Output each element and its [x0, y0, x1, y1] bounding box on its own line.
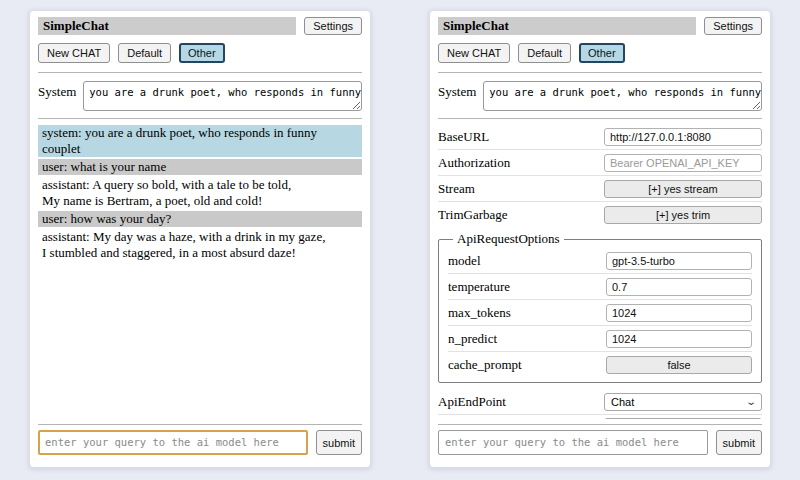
- chat-message-assistant: assistant: A query so bold, with a tale …: [38, 177, 362, 209]
- system-prompt-input[interactable]: you are a drunk poet, who responds in fu…: [483, 81, 762, 111]
- authorization-label: Authorization: [438, 155, 510, 171]
- stream-label: Stream: [438, 181, 475, 197]
- session-other-button[interactable]: Other: [179, 43, 225, 63]
- session-toolbar: New CHAT Default Other: [438, 43, 762, 63]
- chat-message-user: user: how was your day?: [38, 211, 362, 227]
- authorization-input[interactable]: [604, 154, 762, 172]
- setting-row-stream: Stream [+] yes stream: [438, 175, 762, 201]
- baseurl-label: BaseURL: [438, 129, 489, 145]
- submit-button[interactable]: submit: [716, 430, 762, 455]
- app-title: SimpleChat: [438, 17, 696, 35]
- query-input[interactable]: [438, 430, 708, 455]
- divider: [38, 72, 362, 73]
- temperature-input[interactable]: [606, 278, 752, 296]
- session-other-button[interactable]: Other: [579, 43, 625, 63]
- model-label: model: [448, 253, 481, 269]
- chat-message-system: system: you are a drunk poet, who respon…: [38, 125, 362, 157]
- setting-row-model: model: [448, 248, 752, 273]
- divider: [438, 72, 762, 73]
- app-title: SimpleChat: [38, 17, 296, 35]
- chat-view-panel: SimpleChat Settings New CHAT Default Oth…: [29, 10, 371, 468]
- apiendpoint-label: ApiEndPoint: [438, 394, 506, 410]
- setting-row-temperature: temperature: [448, 273, 752, 299]
- cache-prompt-label: cache_prompt: [448, 357, 522, 373]
- setting-row-cache-prompt: cache_prompt false: [448, 351, 752, 377]
- trimgarbage-toggle-button[interactable]: [+] yes trim: [604, 206, 762, 224]
- session-default-button[interactable]: Default: [118, 43, 171, 63]
- settings-list: BaseURL Authorization Stream [+] yes str…: [438, 124, 762, 419]
- cache-prompt-toggle-button[interactable]: false: [606, 356, 752, 374]
- setting-row-authorization: Authorization: [438, 149, 762, 175]
- divider: [438, 118, 762, 119]
- settings-button[interactable]: Settings: [304, 17, 362, 35]
- submit-button[interactable]: submit: [316, 430, 362, 455]
- titlebar: SimpleChat Settings: [438, 17, 762, 35]
- session-default-button[interactable]: Default: [518, 43, 571, 63]
- divider: [38, 424, 362, 425]
- settings-view-panel: SimpleChat Settings New CHAT Default Oth…: [429, 10, 771, 468]
- new-chat-button[interactable]: New CHAT: [438, 43, 510, 63]
- query-input[interactable]: [38, 430, 308, 455]
- setting-row-trimgarbage: TrimGarbage [+] yes trim: [438, 201, 762, 227]
- apiendpoint-select[interactable]: Chat ⌄: [604, 393, 762, 411]
- settings-button[interactable]: Settings: [704, 17, 762, 35]
- query-row: submit: [38, 419, 362, 455]
- query-row: submit: [438, 419, 762, 455]
- system-prompt-row: System you are a drunk poet, who respond…: [38, 81, 362, 111]
- divider: [38, 118, 362, 119]
- setting-row-n-predict: n_predict: [448, 325, 752, 351]
- setting-row-baseurl: BaseURL: [438, 124, 762, 149]
- model-input[interactable]: [606, 252, 752, 270]
- n-predict-label: n_predict: [448, 331, 497, 347]
- chat-log: system: you are a drunk poet, who respon…: [38, 124, 362, 419]
- divider: [438, 424, 762, 425]
- trimgarbage-label: TrimGarbage: [438, 207, 508, 223]
- setting-row-apiendpoint: ApiEndPoint Chat ⌄: [438, 390, 762, 414]
- system-prompt-row: System you are a drunk poet, who respond…: [438, 81, 762, 111]
- api-request-options-fieldset: ApiRequestOptions model temperature max_…: [438, 231, 762, 383]
- chat-message-assistant: assistant: My day was a haze, with a dri…: [38, 229, 362, 261]
- new-chat-button[interactable]: New CHAT: [38, 43, 110, 63]
- api-request-options-legend: ApiRequestOptions: [453, 231, 564, 247]
- system-prompt-label: System: [438, 81, 476, 111]
- system-prompt-label: System: [38, 81, 76, 111]
- apiendpoint-selected-value: Chat: [611, 396, 634, 408]
- max-tokens-label: max_tokens: [448, 305, 511, 321]
- system-prompt-input[interactable]: you are a drunk poet, who responds in fu…: [83, 81, 362, 111]
- titlebar: SimpleChat Settings: [38, 17, 362, 35]
- chat-message-user: user: what is your name: [38, 159, 362, 175]
- baseurl-input[interactable]: [604, 128, 762, 146]
- stream-toggle-button[interactable]: [+] yes stream: [604, 180, 762, 198]
- setting-row-max-tokens: max_tokens: [448, 299, 752, 325]
- session-toolbar: New CHAT Default Other: [38, 43, 362, 63]
- max-tokens-input[interactable]: [606, 304, 752, 322]
- chevron-down-icon: ⌄: [745, 398, 757, 406]
- temperature-label: temperature: [448, 279, 510, 295]
- n-predict-input[interactable]: [606, 330, 752, 348]
